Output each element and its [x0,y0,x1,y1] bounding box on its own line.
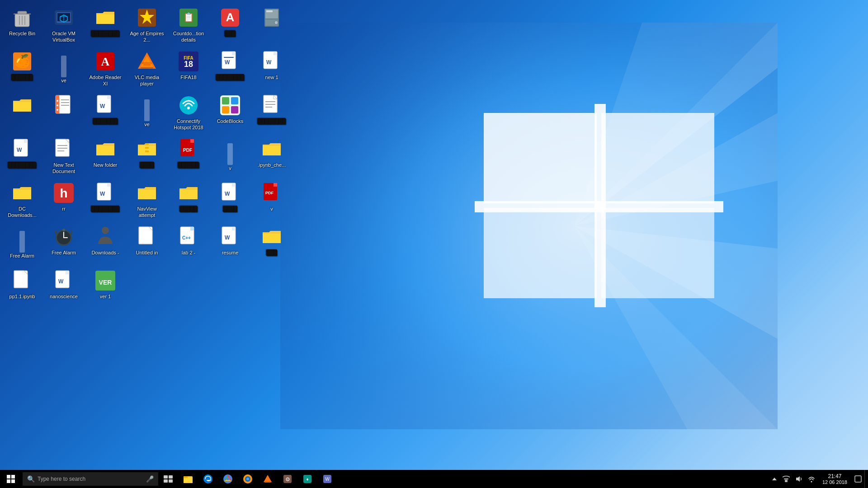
svg-rect-64 [222,97,229,104]
tray-notification-icon[interactable] [852,470,864,488]
taskbar-app2[interactable]: ♦ [297,470,317,488]
icon-resume[interactable]: W resume [210,224,250,267]
icon-recycle-bin[interactable]: Recycle Bin [2,5,42,47]
icon-new-folder[interactable]: New folder [85,136,125,179]
svg-text:W: W [100,103,105,109]
taskbar-file-explorer[interactable] [178,470,198,488]
icon-folder3[interactable]: █████ [169,180,208,223]
icon-app1[interactable]: A ███ [210,5,250,47]
icon-downloads2[interactable]: Downloads - [85,224,125,267]
taskview-button[interactable] [158,470,178,488]
fifa18-icon: FIFA 18 [178,51,199,72]
icon-folder4[interactable]: ███ [252,224,292,267]
svg-point-57 [57,109,58,111]
icon-zip-folder[interactable]: ████ [127,136,167,179]
icon-vlc[interactable]: VLC media player [127,48,167,91]
icon-oracle-vm[interactable]: Oracle VM VirtualBox [44,5,84,47]
clock-display[interactable]: 21:47 12 06 2018 [818,470,852,488]
icon-folder2[interactable] [2,92,42,135]
folder3-icon [178,182,199,204]
icon-ver1[interactable]: VER ver 1 [85,267,125,310]
taskbar-edge[interactable] [198,470,218,488]
search-box[interactable]: 🔍 🎤 [23,472,158,486]
start-button[interactable] [0,470,22,488]
icon-navview-attempt[interactable]: NavView attempt [127,180,167,223]
separator1 [61,56,66,77]
icon-label-txt-doc1: ████████ [258,118,286,124]
taskbar-app1[interactable]: ⚙ [278,470,297,488]
taskbar-chrome[interactable] [218,470,238,488]
icon-lab2[interactable]: C++ lab 2 - [169,224,208,267]
icon-word-doc5[interactable]: W ████ [210,180,250,223]
icon-h-app[interactable]: h rr [44,180,84,223]
svg-text:VER: VER [99,279,112,286]
svg-rect-111 [66,271,69,274]
tray-speakers-icon[interactable] [793,470,805,488]
sep3-label: v [229,165,231,171]
icon-new1[interactable]: W new 1 [252,48,292,91]
connectify-icon [178,94,199,116]
icon-connectify[interactable]: Connectify Hotspot 2018 [169,92,208,135]
icon-new-text-document[interactable]: New Text Document [44,136,84,179]
icon-adobe-reader[interactable]: A Adobe Reader XI [85,48,125,91]
taskbar-firefox[interactable] [238,470,258,488]
icon-nanoscience[interactable]: W nanoscience [44,267,84,310]
show-desktop-button[interactable] [864,470,868,488]
clock-date: 12 06 2018 [822,479,847,485]
icon-untitled[interactable]: Untitled in [127,224,167,267]
icon-txt-doc1[interactable]: ████████ [252,92,292,135]
icon-pdf-doc1[interactable]: PDF ██████ [169,136,208,179]
system-tray: 21:47 12 06 2018 [769,470,868,488]
icon-word-doc4[interactable]: W ████████ [85,180,125,223]
icon-label-resume: resume [222,249,239,256]
svg-text:W: W [325,477,330,482]
icon-word-doc1[interactable]: W ████████ [210,48,250,91]
icon-countdown[interactable]: 📋 Countdo...tion details [169,5,208,47]
svg-rect-29 [266,10,273,12]
untitled-icon [136,226,158,248]
icon-pp1-ipynb[interactable]: pp1.1.ipynb [2,267,42,310]
word-doc4-icon: W [94,182,116,204]
icon-disk[interactable] [252,5,292,47]
icon-free-alarm[interactable]: Free Alarm [44,224,84,267]
icon-fifa18[interactable]: FIFA 18 FIFA18 [169,48,208,91]
icon-label-word-doc1: ████████ [216,74,244,80]
icon-label-pp1-ipynb: pp1.1.ipynb [9,293,35,300]
svg-text:📋: 📋 [183,12,194,23]
icon-fruit[interactable]: 🍊 ██████ [2,48,42,91]
tray-wifi-icon[interactable] [805,470,818,488]
nanoscience-icon: W [53,270,75,291]
svg-rect-39 [143,64,151,66]
sep2-label: ve [144,121,150,127]
word-doc2-icon: W [94,94,116,116]
search-input[interactable] [38,476,128,482]
svg-rect-115 [7,475,10,479]
svg-rect-118 [11,479,15,483]
icon-label-navview-attempt: NavView attempt [128,206,165,219]
svg-rect-141 [785,480,788,482]
taskbar-app3[interactable]: W [317,470,337,488]
tray-chevron-up[interactable] [769,470,780,488]
svg-rect-48 [274,52,277,55]
icon-codeblocks[interactable]: CodeBlocks [210,92,250,135]
svg-rect-67 [231,106,238,113]
icon-solar-power[interactable]: PDF v [252,180,292,223]
svg-marker-132 [264,475,272,482]
recycle-bin-icon [11,7,33,28]
svg-rect-66 [222,106,229,113]
icon-word-doc3[interactable]: W ████████ [2,136,42,179]
icon-folder1[interactable]: ████████ [85,5,125,47]
icon-label-free-alarm: Free Alarm [52,249,76,256]
icon-notebook-proj[interactable] [44,92,84,135]
taskbar-vlc[interactable] [258,470,278,488]
icon-age-of-empires[interactable]: Age of Empires 2... [127,5,167,47]
icon-dc-downloads[interactable]: DC Downloads... [2,180,42,223]
disk-icon [261,7,283,28]
zip-folder-icon [136,138,158,160]
icon-word-doc2[interactable]: W ███████ [85,92,125,135]
pp1-ipynb-icon [11,270,33,291]
icon-ipynb-che[interactable]: .ipynb_che... [252,136,292,179]
lab2-icon: C++ [178,226,199,248]
tray-network-icon[interactable] [780,470,793,488]
txt-doc1-icon [261,94,283,116]
